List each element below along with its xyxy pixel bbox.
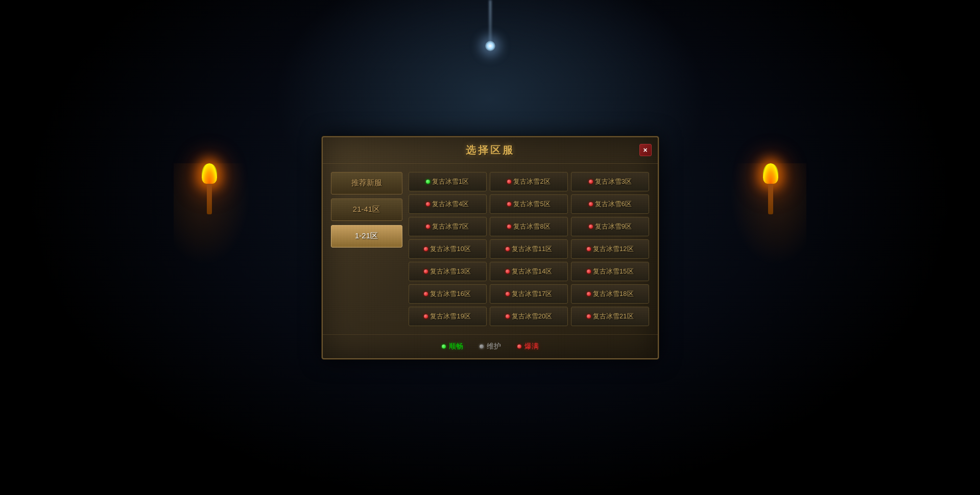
server-name-12: 复古冰雪12区 xyxy=(593,244,633,254)
server-btn-16[interactable]: 复古冰雪16区 xyxy=(409,284,487,304)
server-btn-8[interactable]: 复古冰雪8区 xyxy=(490,217,568,236)
server-btn-11[interactable]: 复古冰雪11区 xyxy=(490,239,568,259)
server-name-2: 复古冰雪2区 xyxy=(513,177,550,186)
server-status-dot-21 xyxy=(587,314,591,318)
server-status-dot-19 xyxy=(424,314,428,318)
torch-flame-right xyxy=(763,163,778,184)
server-btn-5[interactable]: 复古冰雪5区 xyxy=(490,194,568,214)
smooth-label: 顺畅 xyxy=(449,342,463,351)
full-dot xyxy=(517,344,521,349)
server-name-15: 复古冰雪15区 xyxy=(593,267,633,276)
legend-full: 爆满 xyxy=(517,342,539,351)
server-name-4: 复古冰雪4区 xyxy=(432,200,469,209)
server-status-dot-18 xyxy=(587,292,591,296)
server-status-dot-13 xyxy=(424,269,428,274)
server-btn-10[interactable]: 复古冰雪10区 xyxy=(409,239,487,259)
dialog-footer: 顺畅 维护 爆满 xyxy=(323,334,658,358)
server-name-6: 复古冰雪6区 xyxy=(595,200,632,209)
server-status-dot-8 xyxy=(507,225,511,229)
server-status-dot-11 xyxy=(506,247,510,251)
server-name-3: 复古冰雪3区 xyxy=(595,177,632,186)
server-select-dialog: 选择区服 × 推荐新服21-41区1-21区 复古冰雪1区复古冰雪2区复古冰雪3… xyxy=(322,136,659,359)
server-name-11: 复古冰雪11区 xyxy=(512,244,552,254)
maintenance-dot xyxy=(480,344,484,349)
legend-maintenance: 维护 xyxy=(480,342,501,351)
dialog-header: 选择区服 × xyxy=(323,137,658,164)
server-btn-3[interactable]: 复古冰雪3区 xyxy=(571,172,649,191)
server-name-1: 复古冰雪1区 xyxy=(432,177,469,186)
server-name-19: 复古冰雪19区 xyxy=(430,312,470,321)
server-status-dot-4 xyxy=(426,202,430,206)
server-status-dot-16 xyxy=(424,292,428,296)
server-grid: 复古冰雪1区复古冰雪2区复古冰雪3区复古冰雪4区复古冰雪5区复古冰雪6区复古冰雪… xyxy=(409,172,650,326)
server-status-dot-12 xyxy=(587,247,591,251)
server-status-dot-9 xyxy=(589,225,593,229)
server-btn-6[interactable]: 复古冰雪6区 xyxy=(571,194,649,214)
server-btn-13[interactable]: 复古冰雪13区 xyxy=(409,262,487,281)
server-name-18: 复古冰雪18区 xyxy=(593,289,633,299)
server-name-7: 复古冰雪7区 xyxy=(432,222,469,231)
server-status-dot-1 xyxy=(426,180,430,184)
torch-body-left xyxy=(207,184,212,214)
server-name-21: 复古冰雪21区 xyxy=(593,312,633,321)
light-orb xyxy=(485,41,495,51)
server-status-dot-5 xyxy=(507,202,511,206)
server-status-dot-14 xyxy=(506,269,510,274)
server-row: 复古冰雪19区复古冰雪20区复古冰雪21区 xyxy=(409,307,650,326)
server-btn-19[interactable]: 复古冰雪19区 xyxy=(409,307,487,326)
server-name-5: 复古冰雪5区 xyxy=(513,200,550,209)
server-btn-2[interactable]: 复古冰雪2区 xyxy=(490,172,568,191)
full-label: 爆满 xyxy=(524,342,539,351)
torch-left xyxy=(194,163,225,225)
server-name-17: 复古冰雪17区 xyxy=(512,289,552,299)
server-name-14: 复古冰雪14区 xyxy=(512,267,552,276)
server-btn-1[interactable]: 复古冰雪1区 xyxy=(409,172,487,191)
server-btn-15[interactable]: 复古冰雪15区 xyxy=(571,262,649,281)
torch-right xyxy=(755,163,786,225)
server-status-dot-2 xyxy=(507,180,511,184)
server-row: 复古冰雪4区复古冰雪5区复古冰雪6区 xyxy=(409,194,650,214)
server-status-dot-6 xyxy=(589,202,593,206)
close-button[interactable]: × xyxy=(639,144,652,156)
server-status-dot-15 xyxy=(587,269,591,274)
server-btn-14[interactable]: 复古冰雪14区 xyxy=(490,262,568,281)
server-name-9: 复古冰雪9区 xyxy=(595,222,632,231)
server-btn-20[interactable]: 复古冰雪20区 xyxy=(490,307,568,326)
category-btn-recommended[interactable]: 推荐新服 xyxy=(331,172,402,194)
server-status-dot-20 xyxy=(506,314,510,318)
maintenance-label: 维护 xyxy=(487,342,501,351)
server-name-10: 复古冰雪10区 xyxy=(430,244,470,254)
server-btn-18[interactable]: 复古冰雪18区 xyxy=(571,284,649,304)
smooth-dot xyxy=(442,344,446,349)
server-btn-12[interactable]: 复古冰雪12区 xyxy=(571,239,649,259)
server-name-16: 复古冰雪16区 xyxy=(430,289,470,299)
server-row: 复古冰雪13区复古冰雪14区复古冰雪15区 xyxy=(409,262,650,281)
server-btn-21[interactable]: 复古冰雪21区 xyxy=(571,307,649,326)
server-name-13: 复古冰雪13区 xyxy=(430,267,470,276)
legend-smooth: 顺畅 xyxy=(442,342,463,351)
dialog-body: 推荐新服21-41区1-21区 复古冰雪1区复古冰雪2区复古冰雪3区复古冰雪4区… xyxy=(323,164,658,334)
server-btn-7[interactable]: 复古冰雪7区 xyxy=(409,217,487,236)
server-row: 复古冰雪1区复古冰雪2区复古冰雪3区 xyxy=(409,172,650,191)
server-row: 复古冰雪10区复古冰雪11区复古冰雪12区 xyxy=(409,239,650,259)
server-row: 复古冰雪16区复古冰雪17区复古冰雪18区 xyxy=(409,284,650,304)
server-name-20: 复古冰雪20区 xyxy=(512,312,552,321)
category-panel: 推荐新服21-41区1-21区 xyxy=(331,172,402,326)
server-btn-17[interactable]: 复古冰雪17区 xyxy=(490,284,568,304)
dialog-title: 选择区服 xyxy=(466,143,515,157)
server-status-dot-3 xyxy=(589,180,593,184)
server-name-8: 复古冰雪8区 xyxy=(513,222,550,231)
category-btn-21-41[interactable]: 21-41区 xyxy=(331,199,402,221)
category-btn-1-21[interactable]: 1-21区 xyxy=(331,225,402,247)
torch-flame-left xyxy=(202,163,217,184)
server-btn-4[interactable]: 复古冰雪4区 xyxy=(409,194,487,214)
server-status-dot-7 xyxy=(426,225,430,229)
server-status-dot-17 xyxy=(506,292,510,296)
server-btn-9[interactable]: 复古冰雪9区 xyxy=(571,217,649,236)
server-row: 复古冰雪7区复古冰雪8区复古冰雪9区 xyxy=(409,217,650,236)
server-status-dot-10 xyxy=(424,247,428,251)
torch-body-right xyxy=(768,184,773,214)
